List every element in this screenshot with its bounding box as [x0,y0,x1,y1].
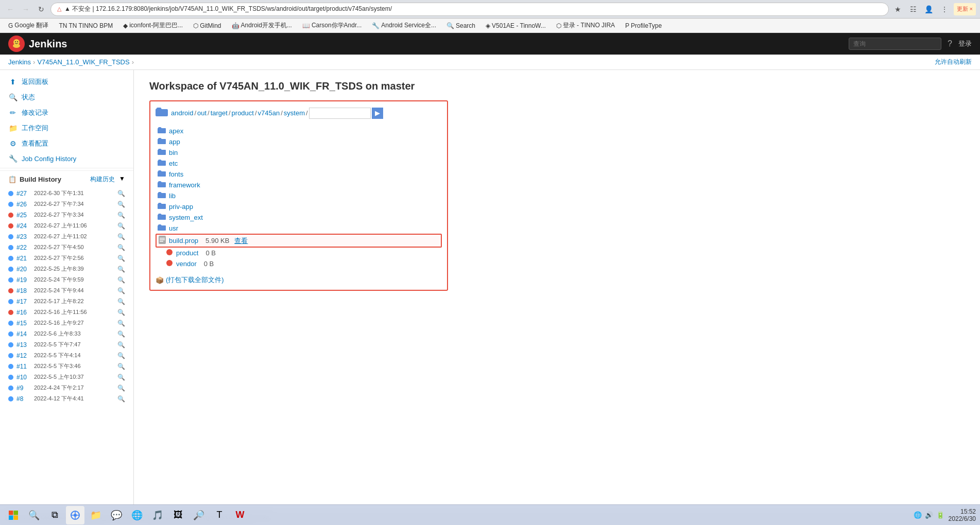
path-target[interactable]: target [211,109,228,117]
file-system-ext[interactable]: system_ext [169,214,203,221]
sidebar-item-job-config-history[interactable]: 🔧 Job Config History [0,151,133,166]
bookmark-android-service[interactable]: 🔧 Android Service全... [368,20,440,31]
build-number-link[interactable]: #9 [16,384,31,392]
bookmark-profiletype[interactable]: P ProfileType [621,21,666,30]
bookmark-google-translate[interactable]: G Google 翻译 [4,20,53,31]
start-button[interactable] [4,506,23,524]
bookmark-carson[interactable]: 📖 Carson你学Andr... [298,20,366,31]
text-taskbar-button[interactable]: T [210,506,229,524]
build-number-link[interactable]: #13 [16,341,31,348]
build-search-icon[interactable]: 🔍 [117,320,125,327]
explorer-taskbar-button[interactable]: 📁 [87,506,105,524]
build-number-link[interactable]: #20 [16,266,31,273]
build-search-icon[interactable]: 🔍 [117,201,125,208]
sidebar-item-status[interactable]: 🔍 状态 [0,90,133,105]
build-number-link[interactable]: #22 [16,244,31,251]
file-lib[interactable]: lib [169,192,176,200]
jenkins-logo[interactable]: Jenkins [8,36,67,52]
build-search-icon[interactable]: 🔍 [117,190,125,197]
login-link[interactable]: 登录 [958,39,972,48]
forward-button[interactable]: → [20,3,32,15]
build-search-icon[interactable]: 🔍 [117,330,125,338]
build-history-link[interactable]: 构建历史 [90,175,115,184]
wechat-taskbar-button[interactable]: 💬 [107,506,126,524]
bookmark-button[interactable]: ★ [892,3,904,15]
file-usr[interactable]: usr [169,224,178,232]
bookmark-search[interactable]: 🔍 Search [442,21,479,30]
build-number-link[interactable]: #17 [16,298,31,305]
build-search-icon[interactable]: 🔍 [117,309,125,316]
build-number-link[interactable]: #26 [16,201,31,208]
music-taskbar-button[interactable]: 🎵 [148,506,167,524]
build-number-link[interactable]: #24 [16,222,31,230]
task-view-button[interactable]: ⧉ [45,506,64,524]
build-number-link[interactable]: #19 [16,276,31,284]
bookmark-v501ae[interactable]: ◈ V501AE - TinnoW... [482,21,550,30]
back-button[interactable]: ← [4,3,16,15]
build-number-link[interactable]: #23 [16,233,31,240]
build-number-link[interactable]: #18 [16,287,31,294]
build-search-icon[interactable]: 🔍 [117,276,125,284]
path-system[interactable]: system [284,109,305,117]
build-search-icon[interactable]: 🔍 [117,222,125,230]
build-search-icon[interactable]: 🔍 [117,266,125,273]
file-apex[interactable]: apex [169,127,183,135]
build-number-link[interactable]: #15 [16,320,31,327]
file-etc[interactable]: etc [169,160,178,167]
path-android[interactable]: android [171,109,193,117]
build-number-link[interactable]: #12 [16,352,31,359]
file-app[interactable]: app [169,138,180,146]
build-number-link[interactable]: #11 [16,363,31,370]
path-product[interactable]: product [232,109,254,117]
wps-taskbar-button[interactable]: W [231,506,249,524]
build-number-link[interactable]: #21 [16,255,31,262]
menu-button[interactable]: ⋮ [938,3,951,15]
build-search-icon[interactable]: 🔍 [117,363,125,370]
sidebar-item-back-panel[interactable]: ⬆ 返回面板 [0,74,133,90]
path-out[interactable]: out [197,109,207,117]
build-search-icon[interactable]: 🔍 [117,212,125,219]
build-search-icon[interactable]: 🔍 [117,395,125,402]
breadcrumb-jenkins[interactable]: Jenkins [8,58,31,66]
build-search-icon[interactable]: 🔍 [117,384,125,392]
sidebar-item-change-log[interactable]: ✏ 修改记录 [0,105,133,120]
jenkins-search-input[interactable] [849,38,941,50]
reload-button[interactable]: ↻ [35,3,47,15]
breadcrumb-job[interactable]: V745AN_11.0_WIK_FR_TSDS [37,58,129,66]
chrome-taskbar-button[interactable] [66,506,84,524]
bookmark-android-dev[interactable]: 🤖 Android开发手机... [228,20,296,31]
file-bin[interactable]: bin [169,149,178,156]
build-prop-link[interactable]: build.prop [169,237,198,244]
image-taskbar-button[interactable]: 🖼 [169,506,187,524]
magnifier-taskbar-button[interactable]: 🔎 [190,506,208,524]
file-priv-app[interactable]: priv-app [169,203,193,211]
browser2-taskbar-button[interactable]: 🌐 [128,506,146,524]
build-search-icon[interactable]: 🔍 [117,352,125,359]
build-search-icon[interactable]: 🔍 [117,341,125,348]
file-product[interactable]: product [176,249,198,257]
build-number-link[interactable]: #14 [16,330,31,338]
build-search-icon[interactable]: 🔍 [117,244,125,251]
bookmark-iconfont[interactable]: ◆ iconfont-阿里巴巴... [119,20,187,31]
update-button[interactable]: 更新 × [954,3,976,15]
download-all[interactable]: 📦 (打包下载全部文件) [156,275,442,285]
bookmark-tinno-bpm[interactable]: TN TN TINNO BPM [55,21,117,30]
file-fonts[interactable]: fonts [169,170,183,178]
build-number-link[interactable]: #10 [16,374,31,381]
build-prop-view-link[interactable]: 查看 [234,236,248,246]
search-taskbar-button[interactable]: 🔍 [25,506,43,524]
build-number-link[interactable]: #25 [16,212,31,219]
build-search-icon[interactable]: 🔍 [117,255,125,262]
file-vendor[interactable]: vendor [176,260,197,268]
path-v745an[interactable]: v745an [258,109,280,117]
build-number-link[interactable]: #16 [16,309,31,316]
build-search-icon[interactable]: 🔍 [117,298,125,305]
build-search-icon[interactable]: 🔍 [117,287,125,294]
sidebar-item-workspace[interactable]: 📁 工作空间 [0,120,133,136]
bookmark-tinno-jira[interactable]: ⬡ 登录 - TINNO JIRA [552,20,619,31]
file-framework[interactable]: framework [169,181,200,189]
download-all-link[interactable]: (打包下载全部文件) [166,275,224,285]
extensions-button[interactable]: ☷ [907,3,920,15]
build-number-link[interactable]: #8 [16,395,31,402]
help-icon[interactable]: ? [948,39,952,48]
